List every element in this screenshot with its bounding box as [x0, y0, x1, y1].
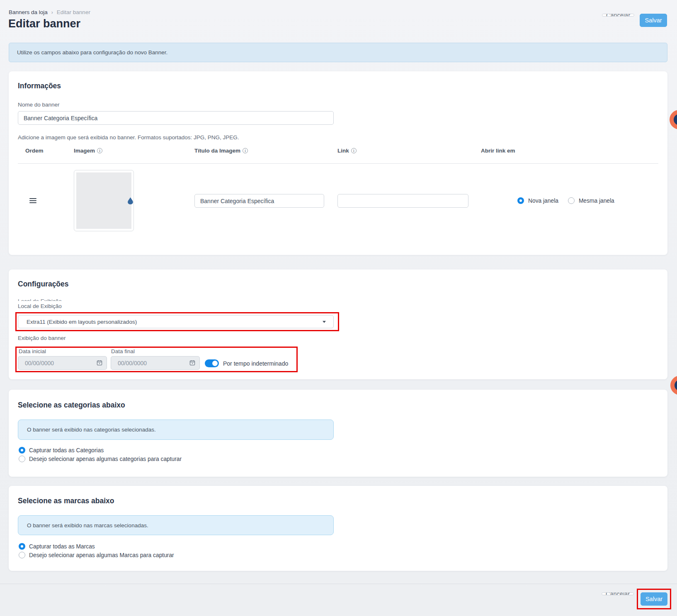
radio-nova-janela[interactable] — [517, 197, 524, 204]
date-start-input[interactable] — [18, 356, 107, 370]
radio-todas-categorias[interactable] — [19, 447, 25, 454]
display-period-label: Exibição do banner — [18, 335, 66, 341]
radio-todas-marcas[interactable] — [19, 543, 25, 550]
toggle-knob — [212, 361, 218, 366]
radio-algumas-categorias[interactable] — [19, 456, 25, 462]
location-select-value: Extra11 (Exibido em layouts personalizad… — [27, 319, 137, 325]
date-start-label: Data inicial — [19, 348, 46, 354]
cancel-button-top[interactable]: Cancelar — [602, 14, 634, 17]
chevron-down-icon — [323, 321, 326, 323]
radio-todas-categorias-label: Capturar todas as Categorias — [29, 447, 104, 454]
save-button-bottom[interactable]: Salvar — [641, 592, 667, 606]
target-radio-group: Nova janela Mesma janela — [517, 197, 614, 204]
marcas-info-text: O banner será exibido nas marcas selecio… — [27, 522, 148, 529]
imagem-info-icon[interactable] — [97, 148, 102, 153]
informacoes-card: Informações Nome do banner Adicione a im… — [9, 71, 667, 255]
breadcrumb-editar-banner: Editar banner — [57, 9, 90, 15]
image-formats-hint: Adicione a imagem que será exibida no ba… — [18, 134, 239, 141]
radio-mesma-janela-label: Mesma janela — [579, 198, 614, 204]
banner-name-input[interactable] — [18, 111, 334, 125]
column-header-imagem: Imagem — [74, 148, 102, 154]
drag-handle-icon[interactable] — [29, 198, 36, 204]
edit-banner-page: Banners da loja › Editar banner Editar b… — [0, 0, 677, 616]
marcas-info-box: O banner será exibido nas marcas selecio… — [18, 515, 334, 535]
floating-badge-inner — [674, 114, 677, 125]
link-info-icon[interactable] — [351, 148, 357, 153]
banner-name-label: Nome do banner — [18, 102, 60, 108]
table-header-divider — [18, 163, 658, 164]
location-label: Local de Exibição — [18, 303, 62, 309]
configuracoes-card: Configurações Local de Exibição Local de… — [9, 269, 667, 379]
categorias-info-text: O banner será exibido nas categorias sel… — [27, 427, 156, 433]
banner-image-placeholder — [76, 172, 131, 229]
column-header-link: Link — [337, 148, 357, 154]
categorias-info-box: O banner será exibido nas categorias sel… — [18, 420, 334, 440]
date-end-input[interactable] — [111, 356, 200, 370]
floating-badge-inner — [675, 380, 677, 391]
location-label-ghost: Local de Exibição — [18, 298, 62, 301]
banner-image-thumbnail[interactable] — [74, 170, 134, 231]
cancel-button-bottom[interactable]: Cancelar — [602, 592, 634, 595]
marcas-title: Selecione as marcas abaixo — [18, 497, 114, 505]
breadcrumb-separator: › — [51, 10, 53, 15]
radio-row-algumas-marcas: Desejo selecionar apenas algumas Marcas … — [19, 552, 174, 558]
indeterminate-time-toggle[interactable] — [205, 359, 219, 367]
radio-nova-janela-label: Nova janela — [528, 198, 558, 204]
breadcrumb: Banners da loja › Editar banner — [9, 9, 90, 15]
marcas-card: Selecione as marcas abaixo O banner será… — [9, 486, 667, 571]
image-title-input[interactable] — [194, 194, 324, 208]
footer-divider — [0, 584, 677, 584]
location-select[interactable]: Extra11 (Exibido em layouts personalizad… — [18, 315, 334, 328]
radio-algumas-categorias-label: Desejo selecionar apenas algumas categor… — [29, 456, 182, 462]
link-input[interactable] — [337, 194, 468, 208]
page-info-alert: Utilize os campos abaixo para configuraç… — [9, 43, 667, 62]
radio-algumas-marcas-label: Desejo selecionar apenas algumas Marcas … — [29, 552, 174, 558]
radio-mesma-janela[interactable] — [568, 197, 575, 204]
page-title: Editar banner — [8, 17, 80, 30]
column-header-ordem: Ordem — [25, 148, 44, 154]
radio-row-todas-marcas: Capturar todas as Marcas — [19, 543, 95, 550]
column-header-abrir-link-em: Abrir link em — [481, 148, 515, 154]
floating-badge-icon[interactable] — [670, 376, 677, 395]
radio-row-todas-categorias: Capturar todas as Categorias — [19, 447, 104, 454]
titulo-info-icon[interactable] — [243, 148, 248, 153]
floating-badge-icon[interactable] — [670, 110, 677, 129]
informacoes-title: Informações — [18, 82, 61, 90]
configuracoes-title: Configurações — [18, 280, 69, 289]
radio-row-algumas-categorias: Desejo selecionar apenas algumas categor… — [19, 456, 182, 462]
categorias-card: Selecione as categorias abaixo O banner … — [9, 390, 667, 477]
date-end-label: Data final — [111, 348, 135, 354]
date-start-wrap — [18, 356, 107, 370]
save-button-top[interactable]: Salvar — [640, 14, 667, 27]
date-end-wrap — [111, 356, 200, 370]
indeterminate-time-label: Por tempo indeterminado — [223, 360, 288, 367]
column-header-titulo: Título da Imagem — [194, 148, 248, 154]
breadcrumb-banners-da-loja[interactable]: Banners da loja — [9, 9, 48, 15]
page-info-alert-text: Utilize os campos abaixo para configuraç… — [17, 49, 167, 56]
radio-todas-marcas-label: Capturar todas as Marcas — [29, 543, 95, 550]
categorias-title: Selecione as categorias abaixo — [18, 401, 125, 410]
radio-algumas-marcas[interactable] — [19, 552, 25, 558]
droplet-icon — [128, 197, 133, 206]
